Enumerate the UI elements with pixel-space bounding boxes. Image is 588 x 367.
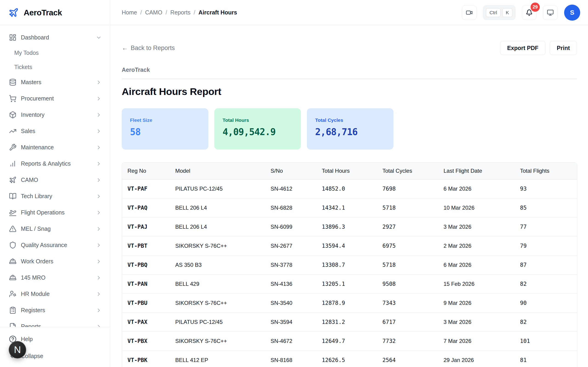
sidebar-item-inventory[interactable]: Inventory bbox=[0, 107, 110, 123]
sidebar-item-work-orders[interactable]: Work Orders bbox=[0, 253, 110, 269]
cell-reg-no: VT-PAJ bbox=[122, 217, 170, 236]
cell-model: PILATUS PC-12/45 bbox=[170, 179, 265, 198]
table-header-row: Reg No Model S/No Total Hours Total Cycl… bbox=[122, 163, 577, 179]
cell-sno: SN-3540 bbox=[265, 293, 316, 312]
cell-reg-no: VT-PAN bbox=[122, 274, 170, 293]
app-logo[interactable]: AeroTrack bbox=[0, 0, 110, 25]
cell-total-flights: 87 bbox=[515, 255, 577, 274]
cell-total-flights: 79 bbox=[515, 236, 577, 255]
cell-total-flights: 77 bbox=[515, 217, 577, 236]
chevron-right-icon bbox=[96, 112, 102, 118]
cell-last-flight-date: 7 Mar 2026 bbox=[438, 332, 515, 350]
chevron-right-icon bbox=[96, 324, 102, 327]
sidebar-item-my-todos[interactable]: My Todos bbox=[0, 46, 110, 60]
report-content: ← Back to Reports Export PDF Print AeroT… bbox=[110, 25, 588, 367]
user-avatar[interactable]: S bbox=[564, 5, 580, 21]
wrench-icon bbox=[9, 144, 17, 151]
command-palette-button[interactable]: Ctrl K bbox=[483, 5, 515, 20]
cell-last-flight-date: 9 Mar 2026 bbox=[438, 293, 515, 312]
cell-reg-no: VT-PAF bbox=[122, 179, 170, 198]
chevron-right-icon bbox=[96, 307, 102, 313]
plane-icon bbox=[9, 176, 17, 184]
print-button[interactable]: Print bbox=[550, 41, 577, 55]
cell-total-cycles: 7732 bbox=[377, 332, 438, 350]
cell-total-cycles: 2564 bbox=[377, 350, 438, 367]
sidebar-item-145-mro[interactable]: 145 MRO bbox=[0, 269, 110, 286]
cell-last-flight-date: 6 Mar 2026 bbox=[438, 179, 515, 198]
bar-chart-icon bbox=[9, 160, 17, 167]
sidebar-item-hr-module[interactable]: HR Module bbox=[0, 286, 110, 302]
sidebar-item-sales[interactable]: Sales bbox=[0, 123, 110, 139]
chevron-right-icon bbox=[96, 128, 102, 134]
chevron-right-icon bbox=[96, 275, 102, 281]
total-hours-card: Total Hours 4,09,542.9 bbox=[214, 108, 301, 150]
cell-last-flight-date: 15 Feb 2026 bbox=[438, 274, 515, 293]
sidebar-item-tech-library[interactable]: Tech Library bbox=[0, 188, 110, 204]
report-brand: AeroTrack bbox=[122, 67, 577, 73]
cell-sno: SN-2677 bbox=[265, 236, 316, 255]
page-title: Aircraft Hours Report bbox=[122, 86, 577, 97]
video-button[interactable] bbox=[462, 5, 477, 20]
header-actions: Ctrl K 29 S bbox=[462, 5, 580, 21]
cell-total-flights: 90 bbox=[515, 293, 577, 312]
table-row: VT-PAF PILATUS PC-12/45 SN-4612 14852.0 … bbox=[122, 179, 577, 198]
cell-model: BELL 206 L4 bbox=[170, 217, 265, 236]
clipboard-list-icon bbox=[9, 307, 17, 314]
sidebar-item-reports[interactable]: Reports bbox=[0, 318, 110, 327]
total-cycles-card: Total Cycles 2,68,716 bbox=[307, 108, 393, 150]
ctrl-keycap: Ctrl bbox=[486, 8, 501, 17]
cell-total-flights: 85 bbox=[515, 198, 577, 217]
sidebar-item-quality-assurance[interactable]: Quality Assurance bbox=[0, 237, 110, 253]
col-reg-no: Reg No bbox=[122, 163, 170, 179]
cell-sno: SN-4612 bbox=[265, 179, 316, 198]
table-row: VT-PBQ AS 350 B3 SN-3778 13308.7 5718 6 … bbox=[122, 255, 577, 274]
cell-total-hours: 12878.9 bbox=[316, 293, 377, 312]
sidebar-item-tickets[interactable]: Tickets bbox=[0, 60, 110, 74]
chevron-right-icon bbox=[96, 242, 102, 248]
alert-triangle-icon bbox=[9, 225, 17, 233]
breadcrumb-home[interactable]: Home bbox=[122, 9, 137, 16]
sidebar-item-camo[interactable]: CAMO bbox=[0, 172, 110, 188]
sidebar-item-flight-operations[interactable]: Flight Operations bbox=[0, 204, 110, 221]
cell-reg-no: VT-PBX bbox=[122, 332, 170, 350]
export-pdf-button[interactable]: Export PDF bbox=[500, 41, 545, 55]
cell-reg-no: VT-PAQ bbox=[122, 198, 170, 217]
cell-reg-no: VT-PBK bbox=[122, 350, 170, 367]
cell-total-hours: 13896.3 bbox=[316, 217, 377, 236]
cell-total-hours: 12626.5 bbox=[316, 350, 377, 367]
table-row: VT-PBX SIKORSKY S-76C++ SN-4672 12649.7 … bbox=[122, 332, 577, 350]
cell-total-flights: 93 bbox=[515, 179, 577, 198]
cell-total-cycles: 9508 bbox=[377, 274, 438, 293]
sidebar-item-dashboard[interactable]: Dashboard bbox=[0, 29, 110, 46]
notifications-button[interactable]: 29 bbox=[522, 5, 536, 20]
cell-last-flight-date: 10 Mar 2026 bbox=[438, 198, 515, 217]
cell-reg-no: VT-PAX bbox=[122, 312, 170, 332]
chevron-right-icon bbox=[96, 79, 102, 85]
stat-label: Total Hours bbox=[223, 117, 293, 123]
table-row: VT-PAQ BELL 206 L4 SN-6828 14342.1 5718 … bbox=[122, 198, 577, 217]
sidebar-item-masters[interactable]: Masters bbox=[0, 74, 110, 90]
breadcrumb-reports[interactable]: Reports bbox=[170, 9, 191, 16]
breadcrumb-separator: / bbox=[166, 9, 167, 16]
nextjs-dev-badge[interactable]: N bbox=[9, 341, 26, 359]
monitor-icon bbox=[547, 9, 554, 16]
breadcrumb-camo[interactable]: CAMO bbox=[145, 9, 162, 16]
cell-total-cycles: 7698 bbox=[377, 179, 438, 198]
cell-total-flights: 101 bbox=[515, 332, 577, 350]
cell-last-flight-date: 3 Mar 2026 bbox=[438, 217, 515, 236]
cell-total-cycles: 5718 bbox=[377, 255, 438, 274]
sidebar-item-registers[interactable]: Registers bbox=[0, 302, 110, 318]
sidebar-item-maintenance[interactable]: Maintenance bbox=[0, 139, 110, 156]
back-to-reports-link[interactable]: ← Back to Reports bbox=[122, 44, 175, 52]
cell-total-flights: 82 bbox=[515, 312, 577, 332]
app-root: AeroTrack Dashboard My Todos Tickets bbox=[0, 0, 588, 367]
display-button[interactable] bbox=[543, 5, 558, 20]
sidebar-item-mel-snag[interactable]: MEL / Snag bbox=[0, 221, 110, 237]
cell-last-flight-date: 2 Mar 2026 bbox=[438, 236, 515, 255]
cell-reg-no: VT-PBQ bbox=[122, 255, 170, 274]
cell-total-hours: 13308.7 bbox=[316, 255, 377, 274]
col-sno: S/No bbox=[265, 163, 316, 179]
sidebar-item-reports-analytics[interactable]: Reports & Analytics bbox=[0, 156, 110, 172]
sidebar-item-procurement[interactable]: Procurement bbox=[0, 90, 110, 107]
hard-hat-icon bbox=[9, 274, 17, 282]
